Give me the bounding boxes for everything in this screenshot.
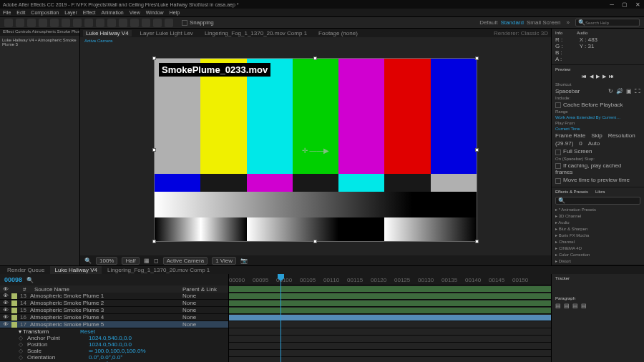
minimize-button[interactable]: ─ — [608, 1, 615, 8]
search-input[interactable] — [585, 21, 637, 25]
track-row[interactable] — [229, 343, 551, 350]
track-row[interactable] — [229, 285, 551, 293]
layer-row[interactable]: 👁13Atmospheric Smoke Plume 1None — [0, 293, 228, 300]
effects-category[interactable]: ▸ 3D Channel — [555, 212, 640, 219]
parent-link[interactable]: None — [182, 293, 225, 299]
visibility-icon[interactable]: 👁 — [3, 321, 9, 328]
zoom-select[interactable]: 100% — [96, 257, 117, 265]
layer-bar[interactable] — [229, 315, 551, 321]
track-row[interactable] — [229, 328, 551, 336]
magnify-icon[interactable]: 🔍 — [84, 258, 92, 264]
res-value[interactable]: Auto — [588, 140, 600, 147]
prop-value[interactable]: ∞ 100.0,100.0,100.0% — [89, 348, 146, 354]
next-frame-icon[interactable]: ▶ — [602, 74, 606, 79]
workspace-small[interactable]: Small Screen — [527, 19, 561, 26]
loop-icon[interactable]: ↻ — [608, 88, 613, 94]
play-icon[interactable]: ▶ — [596, 74, 600, 79]
track-row[interactable] — [229, 357, 551, 362]
viewer-tab-layer[interactable]: Layer Luke Light Lev — [137, 30, 196, 36]
transform-handle[interactable] — [152, 57, 156, 60]
effects-search-input[interactable] — [565, 198, 638, 202]
view-select[interactable]: Active Camera — [163, 257, 208, 265]
eye-column-icon[interactable]: 👁 — [3, 286, 9, 293]
grid-icon[interactable]: ▦ — [144, 258, 150, 264]
transform-property[interactable]: ◇Anchor Point1024.0,540.0,0.0 — [0, 335, 228, 341]
effects-search[interactable]: 🔍 — [555, 197, 640, 205]
layer-color[interactable] — [11, 308, 17, 313]
align-right-icon[interactable]: ▤ — [572, 303, 578, 309]
effects-title[interactable]: Effects & Presets — [555, 190, 588, 194]
visibility-icon[interactable]: 👁 — [3, 293, 9, 299]
playfrom-value[interactable]: Current Time — [555, 126, 640, 132]
layer-bar[interactable] — [229, 308, 551, 313]
prev-frame-icon[interactable]: ◀ — [590, 74, 593, 79]
active-camera-label[interactable]: Active Camera — [80, 37, 551, 44]
justify-icon[interactable]: ▤ — [581, 303, 587, 309]
preview-title[interactable]: Preview — [555, 67, 640, 72]
transform-group[interactable]: ▾ TransformReset — [0, 328, 228, 335]
prop-value[interactable]: 1024.0,540.0,0.0 — [89, 335, 132, 341]
transform-handle[interactable] — [152, 240, 156, 243]
visibility-icon[interactable]: 👁 — [3, 300, 9, 306]
tab-render-queue[interactable]: Render Queue — [3, 266, 49, 274]
rotate-tool-icon[interactable] — [50, 19, 59, 27]
mask-icon[interactable]: ◻ — [154, 258, 159, 264]
source-header[interactable]: Source Name — [34, 286, 180, 293]
current-time[interactable]: 00098 — [4, 276, 22, 283]
range-value[interactable]: Work Area Extended By Current… — [555, 114, 640, 120]
cb-caching[interactable] — [555, 163, 561, 169]
transform-handle[interactable] — [152, 148, 156, 152]
layer-bar[interactable] — [229, 300, 551, 306]
libraries-title[interactable]: Libra — [595, 190, 605, 194]
transform-property[interactable]: ◇Orientation0.0°,0.0°,0.0° — [0, 354, 228, 361]
tab-luke[interactable]: Luke Hallway V4 — [50, 266, 102, 274]
views-select[interactable]: 1 View — [212, 257, 236, 265]
transform-handle[interactable] — [313, 57, 317, 60]
effects-category[interactable]: ▸ Channel — [555, 238, 640, 245]
first-frame-icon[interactable]: ⏮ — [582, 74, 587, 79]
close-button[interactable]: ✕ — [634, 1, 641, 8]
menu-view[interactable]: View — [130, 10, 140, 15]
audio-title[interactable]: Audio — [577, 31, 587, 35]
menu-composition[interactable]: Composition — [31, 10, 59, 15]
hand-tool-icon[interactable] — [27, 19, 36, 27]
prop-value[interactable]: 0.0°,0.0°,0.0° — [89, 354, 122, 361]
transform-property[interactable]: ◇Scale∞ 100.0,100.0,100.0% — [0, 348, 228, 354]
maximize-button[interactable]: ▢ — [621, 1, 628, 8]
menu-window[interactable]: Window — [146, 10, 164, 15]
track-row[interactable] — [229, 350, 551, 357]
layer-bar[interactable] — [229, 286, 551, 292]
prop-value[interactable]: 1024.0,540.0,0.0 — [89, 341, 132, 348]
menu-help[interactable]: Help — [170, 10, 180, 15]
fullscreen-checkbox[interactable] — [555, 150, 561, 155]
pan-behind-tool-icon[interactable] — [73, 19, 82, 27]
resolution-select[interactable]: Half — [122, 257, 139, 265]
layer-bar[interactable] — [229, 293, 551, 299]
effect-controls-tab[interactable]: Effect Controls Atmospheric Smoke Plume … — [0, 29, 79, 36]
layer-color[interactable] — [11, 293, 17, 299]
transform-property[interactable]: ◇Position1024.0,540.0,0.0 — [0, 341, 228, 348]
track-row[interactable] — [229, 321, 551, 328]
effects-category[interactable]: ▸ CINEMA 4D — [555, 245, 640, 251]
mute-icon[interactable]: 🔊 — [616, 88, 623, 94]
skip-value[interactable]: 0 — [579, 140, 582, 147]
layer-color[interactable] — [11, 322, 17, 328]
parent-link[interactable]: None — [182, 314, 225, 321]
track-row[interactable] — [229, 336, 551, 343]
layer-row[interactable]: 👁15Atmospheric Smoke Plume 3None — [0, 307, 228, 314]
search-icon[interactable]: 🔍 — [26, 277, 34, 283]
layer-color[interactable] — [11, 300, 17, 306]
workspace-default[interactable]: Default — [479, 19, 497, 26]
text-tool-icon[interactable] — [107, 19, 116, 27]
menu-file[interactable]: File — [3, 10, 11, 15]
brush-tool-icon[interactable] — [119, 19, 127, 27]
fullscreen-icon[interactable]: ⛶ — [635, 88, 640, 94]
effects-category[interactable]: ▸ * Animation Presets — [555, 206, 640, 212]
viewer-tab-footage[interactable]: Footage (none) — [316, 30, 361, 36]
parent-link[interactable]: None — [182, 321, 225, 328]
transform-handle[interactable] — [475, 57, 479, 60]
pen-tool-icon[interactable] — [96, 19, 104, 27]
snapping-checkbox[interactable] — [182, 20, 187, 26]
puppet-tool-icon[interactable] — [165, 19, 173, 27]
home-tool-icon[interactable] — [4, 19, 13, 27]
